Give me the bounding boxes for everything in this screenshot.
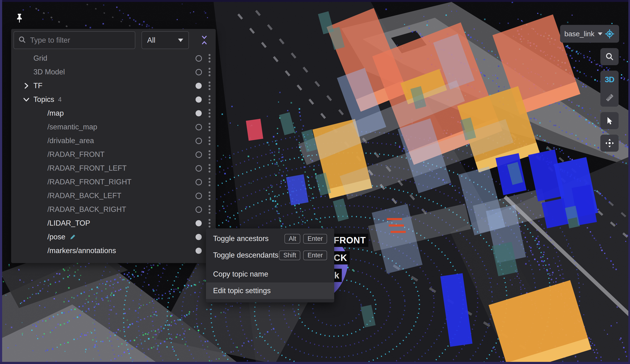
visible-dot [196, 96, 202, 102]
row-menu-icon[interactable] [204, 95, 215, 104]
tree-row-grid[interactable]: Grid [11, 52, 216, 65]
visible-dot [196, 248, 202, 254]
visibility-toggle[interactable] [194, 248, 204, 254]
row-menu-icon[interactable] [204, 150, 215, 159]
toolbar-group [600, 48, 618, 65]
detection-box [246, 119, 263, 141]
menu-item-toggle-ancestors[interactable]: Toggle ancestorsAltEnter [206, 230, 334, 247]
tree-row-radar-front[interactable]: /RADAR_FRONT [11, 148, 216, 162]
row-menu-icon[interactable] [204, 164, 215, 173]
search-icon [18, 36, 26, 45]
hidden-dot [196, 165, 202, 172]
row-menu-icon[interactable] [204, 67, 215, 77]
frame-selector[interactable]: base_link [560, 25, 619, 43]
shortcut-keys: AltEnter [284, 234, 327, 244]
chevron-down-icon [598, 32, 602, 35]
topic-tree: Grid3D ModelTFTopics4/map/semantic_map/d… [11, 52, 216, 258]
tree-row-3d-model[interactable]: 3D Model [11, 65, 216, 79]
visibility-toggle[interactable] [194, 234, 204, 240]
visibility-toggle[interactable] [194, 69, 204, 75]
visibility-toggle[interactable] [194, 110, 204, 116]
row-menu-icon[interactable] [204, 54, 215, 63]
visibility-filter-select[interactable]: All [142, 31, 189, 49]
frame-label: FRONT [331, 234, 368, 247]
row-label: /RADAR_FRONT_LEFT [48, 164, 126, 172]
row-label: Topics [34, 95, 54, 104]
ruler-icon-button[interactable] [600, 89, 618, 106]
visibility-toggle[interactable] [194, 96, 204, 102]
row-label: /semantic_map [48, 123, 97, 131]
tree-row-markers-annotations[interactable]: /markers/annotations [11, 244, 216, 258]
visibility-toggle[interactable] [194, 193, 204, 199]
hidden-dot [196, 69, 202, 75]
tree-row-radar-front-right[interactable]: /RADAR_FRONT_RIGHT [11, 175, 216, 189]
visibility-toggle[interactable] [194, 220, 204, 226]
toolbar-group [600, 134, 618, 152]
detection-box [279, 112, 295, 135]
row-menu-icon[interactable] [204, 205, 215, 214]
hidden-dot [196, 179, 202, 185]
visibility-toggle[interactable] [194, 138, 204, 144]
search-icon-button[interactable] [600, 48, 618, 65]
row-label: /map [48, 109, 64, 118]
detection-box [286, 174, 308, 205]
follow-frame-icon[interactable] [604, 29, 615, 39]
row-label: /RADAR_BACK_LEFT [48, 192, 121, 200]
detection-box [333, 198, 349, 222]
tree-row-pose[interactable]: /pose [11, 230, 216, 244]
row-menu-icon[interactable] [204, 177, 215, 187]
context-menu: Toggle ancestorsAltEnterToggle descendan… [206, 228, 334, 302]
visible-dot [196, 83, 202, 89]
row-menu-icon[interactable] [204, 218, 215, 228]
menu-item-edit-topic-settings[interactable]: Edit topic settings [206, 282, 334, 299]
tree-row-semantic-map[interactable]: /semantic_map [11, 120, 216, 134]
app-window: FRONTCKk All Grid3D ModelTFTopics4/m [0, 0, 630, 364]
tree-row-radar-back-right[interactable]: /RADAR_BACK_RIGHT [11, 202, 216, 216]
hidden-dot [196, 206, 202, 213]
window-border [628, 0, 630, 364]
chevron-down-icon[interactable] [23, 96, 34, 103]
3d-mode-icon-button[interactable]: 3D [600, 71, 618, 88]
row-label: /markers/annotations [48, 246, 116, 255]
row-label: /RADAR_FRONT [48, 150, 104, 159]
menu-item-copy-topic-name[interactable]: Copy topic name [206, 266, 334, 282]
visible-dot [196, 110, 202, 116]
row-menu-icon[interactable] [204, 136, 215, 146]
visibility-toggle[interactable] [194, 152, 204, 158]
row-menu-icon[interactable] [204, 122, 215, 132]
row-menu-icon[interactable] [204, 191, 215, 200]
row-label: Grid [34, 54, 48, 62]
topics-panel: All Grid3D ModelTFTopics4/map/semantic_m… [11, 29, 216, 263]
visibility-toggle[interactable] [194, 165, 204, 172]
tree-row-lidar-top[interactable]: /LIDAR_TOP [11, 216, 216, 230]
edit-pose-icon[interactable] [69, 234, 76, 240]
tree-row-map[interactable]: /map [11, 106, 216, 120]
menu-item-toggle-descendants[interactable]: Toggle descendantsShiftEnter [206, 247, 334, 264]
visible-dot [196, 234, 202, 240]
chevron-right-icon[interactable] [23, 82, 34, 89]
visibility-toggle[interactable] [194, 55, 204, 62]
pointer-icon-button[interactable] [600, 112, 618, 129]
row-menu-icon[interactable] [204, 108, 215, 118]
window-border [0, 0, 630, 2]
row-menu-icon[interactable] [204, 81, 215, 90]
tree-row-topics[interactable]: Topics4 [11, 93, 216, 106]
visibility-toggle[interactable] [194, 124, 204, 130]
row-label: /LIDAR_TOP [48, 219, 90, 228]
collapse-all-button[interactable] [198, 33, 211, 47]
detection-box [372, 204, 422, 274]
tree-row-radar-back-left[interactable]: /RADAR_BACK_LEFT [11, 189, 216, 202]
topic-filter[interactable] [14, 31, 135, 49]
filter-input[interactable] [30, 36, 130, 45]
visibility-toggle[interactable] [194, 179, 204, 185]
menu-item-label: Toggle ancestors [213, 234, 268, 243]
tree-row-radar-front-left[interactable]: /RADAR_FRONT_LEFT [11, 162, 216, 175]
visibility-toggle[interactable] [194, 206, 204, 213]
key-chip: Enter [303, 234, 327, 244]
visibility-toggle[interactable] [194, 83, 204, 89]
menu-item-label: Edit topic settings [213, 286, 271, 295]
pan-icon-button[interactable] [600, 134, 618, 152]
pin-icon[interactable] [15, 13, 24, 25]
tree-row-drivable-area[interactable]: /drivable_area [11, 134, 216, 148]
tree-row-tf[interactable]: TF [11, 79, 216, 93]
